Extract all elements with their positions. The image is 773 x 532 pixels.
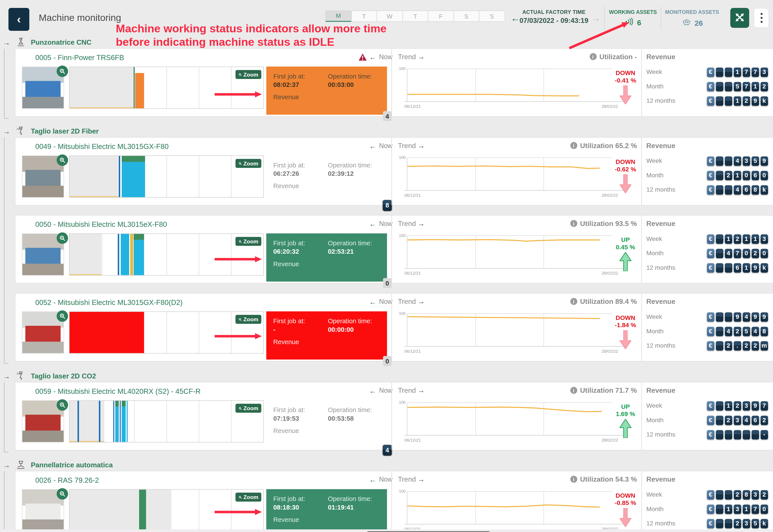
- info-icon[interactable]: i: [590, 53, 597, 60]
- timeline-zoom-button[interactable]: Zoom: [235, 237, 261, 246]
- photo-zoom-icon[interactable]: [57, 488, 68, 500]
- factory-time: ACTUAL FACTORY TIME 07/03/2022 - 09:43:1…: [519, 9, 589, 24]
- digit-cell: [725, 156, 732, 166]
- kebab-menu-button[interactable]: [754, 8, 769, 28]
- euro-cell: €: [707, 401, 714, 411]
- digit-cell: [716, 341, 723, 350]
- divider: [604, 7, 605, 30]
- status-card: First job at: 06:27:26 Operation time: 0…: [266, 155, 387, 204]
- digit-cell: 0: [742, 249, 750, 258]
- timeline-zoom-button[interactable]: Zoom: [235, 404, 261, 413]
- photo-zoom-icon[interactable]: [57, 310, 68, 322]
- info-icon[interactable]: i: [570, 142, 577, 149]
- y-axis-label: 100: [399, 66, 406, 71]
- trend-header: Trend →: [398, 297, 425, 305]
- digit-cell: 2: [742, 96, 750, 106]
- divider: [641, 382, 642, 450]
- photo-zoom-icon[interactable]: [57, 399, 68, 411]
- section-expand-arrow-icon[interactable]: →: [1, 127, 12, 135]
- digit-cell: 1: [725, 504, 732, 514]
- delta-direction-label: DOWN: [610, 314, 641, 321]
- trend-delta-badge: UP 0.45 %: [610, 236, 641, 273]
- digit-cell: [725, 185, 732, 194]
- flip-counter: €-: [707, 430, 768, 439]
- photo-zoom-icon[interactable]: [57, 66, 68, 77]
- machine-photo[interactable]: [22, 400, 64, 442]
- digit-cell: 3: [734, 504, 741, 514]
- info-icon[interactable]: i: [570, 476, 577, 483]
- trend-header: Trend →: [398, 141, 425, 149]
- digit-cell: 6: [734, 263, 741, 272]
- now-label: Now: [379, 476, 393, 483]
- machine-name[interactable]: 0059 - Mitsubishi Electric ML4020RX (S2)…: [35, 387, 200, 395]
- timeline-zoom-button[interactable]: Zoom: [235, 70, 261, 79]
- day-tab-3[interactable]: T: [402, 10, 428, 22]
- machine-name[interactable]: 0005 - Finn-Power TRS6FB: [35, 54, 124, 62]
- digit-cell: [716, 156, 723, 166]
- trend-delta-badge: DOWN -0.62 %: [610, 158, 641, 195]
- day-tab-6[interactable]: S: [479, 10, 505, 22]
- timeline-zoom-button[interactable]: Zoom: [235, 159, 261, 168]
- section-expand-arrow-icon[interactable]: →: [1, 38, 12, 46]
- panel-bender-icon: [16, 459, 27, 470]
- day-tab-2[interactable]: W: [376, 10, 403, 22]
- machine-photo[interactable]: [22, 489, 64, 531]
- operation-time-value: 00:00:00: [328, 326, 354, 333]
- digit-cell: 2: [760, 490, 768, 499]
- status-card: First job at: - Operation time: 00:00:00…: [266, 311, 387, 360]
- machine-name[interactable]: 0052 - Mitsubishi Electric ML3015GX-F80(…: [35, 299, 182, 306]
- revenue-12-months-label: 12 months: [646, 97, 675, 104]
- day-tab-5[interactable]: S: [454, 10, 480, 22]
- operation-time-value: 01:19:41: [328, 504, 354, 511]
- status-card: First job at: 06:20:32 Operation time: 0…: [266, 233, 387, 282]
- digit-cell: -: [760, 430, 768, 439]
- delta-percent: -0.85 %: [610, 500, 641, 507]
- revenue-week-label: Week: [646, 68, 662, 75]
- flip-counter: €9499: [707, 312, 768, 322]
- timeline-zoom-button[interactable]: Zoom: [235, 493, 261, 502]
- machine-photo[interactable]: [22, 233, 64, 276]
- info-icon[interactable]: i: [570, 220, 577, 227]
- y-axis-label: 100: [399, 400, 406, 405]
- digit-cell: 0: [742, 171, 750, 180]
- flip-counter: €2.22m: [707, 341, 768, 350]
- machine-row: 0005 - Finn-Power TRS6FB ←Now Zoom First…: [15, 48, 773, 117]
- day-tab-4[interactable]: F: [428, 10, 454, 22]
- time-right-arrow-icon[interactable]: →: [591, 13, 601, 24]
- machine-photo[interactable]: [22, 155, 64, 198]
- machine-name[interactable]: 0026 - RAS 79.26-2: [35, 476, 99, 484]
- digit-cell: 0: [760, 504, 768, 514]
- divider: [641, 138, 642, 205]
- revenue-12-months-label: 12 months: [646, 264, 675, 271]
- back-button[interactable]: ‹: [8, 8, 29, 31]
- digit-cell: 9: [751, 401, 759, 411]
- revenue-row-week: Week€4359: [646, 155, 768, 166]
- photo-zoom-icon[interactable]: [57, 154, 68, 166]
- day-tab-0[interactable]: M: [325, 10, 351, 22]
- status-timeline-chart: Zoom: [69, 489, 264, 531]
- day-tab-1[interactable]: T: [351, 10, 377, 22]
- revenue-12-months-label: 12 months: [646, 520, 675, 527]
- digit-cell: 0: [383, 278, 392, 288]
- delta-direction-label: DOWN: [610, 70, 641, 77]
- digit-cell: [725, 430, 732, 439]
- info-icon[interactable]: i: [570, 387, 577, 394]
- now-label: Now: [379, 142, 393, 150]
- revenue-12-months-label: 12 months: [646, 186, 675, 193]
- utilization-value: Utilization 71.7 %: [580, 386, 637, 394]
- machine-photo[interactable]: [22, 66, 64, 109]
- timeline-zoom-button[interactable]: Zoom: [235, 315, 261, 324]
- section-expand-arrow-icon[interactable]: →: [1, 460, 12, 469]
- fullscreen-button[interactable]: [730, 8, 749, 28]
- revenue-row-week: Week€12397: [646, 400, 768, 411]
- card-revenue-label: Revenue: [273, 427, 299, 435]
- revenue-row-month: Month€47020: [646, 248, 768, 259]
- machine-name[interactable]: 0050 - Mitsubishi Electric ML3015eX-F80: [35, 220, 167, 228]
- trend-arrow-icon: →: [418, 141, 425, 149]
- info-icon[interactable]: i: [570, 298, 577, 305]
- section-expand-arrow-icon[interactable]: →: [1, 372, 12, 380]
- photo-zoom-icon[interactable]: [57, 232, 68, 244]
- machine-name[interactable]: 0049 - Mitsubishi Electric ML3015GX-F80: [35, 143, 169, 150]
- machine-photo[interactable]: [22, 311, 64, 354]
- divider: [641, 294, 642, 361]
